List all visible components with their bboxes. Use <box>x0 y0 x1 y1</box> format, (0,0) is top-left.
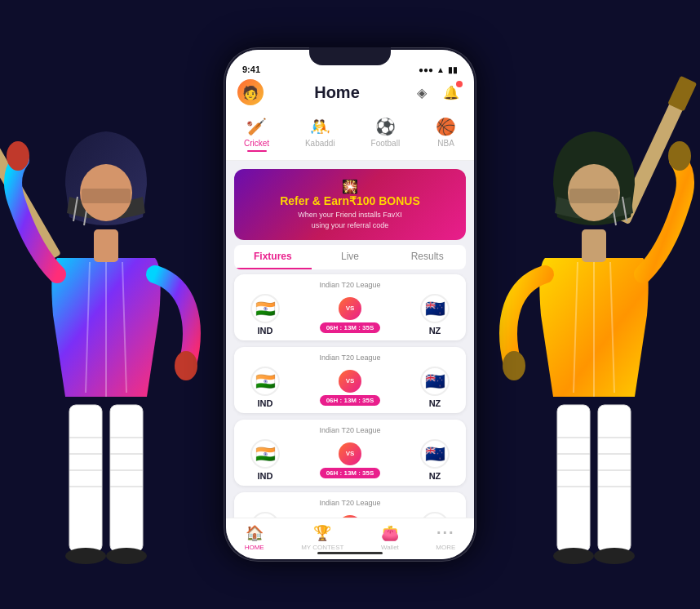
nba-label: NBA <box>437 139 454 148</box>
team-name-nz-1: NZ <box>429 326 441 336</box>
nz-flag-4: 🇳🇿 <box>420 512 450 518</box>
phone-frame: 9:41 ●●● ▲ ▮▮ 🧑 Home ◈ 🔔 <box>224 47 476 562</box>
team-name-nz-3: NZ <box>429 471 441 481</box>
nz-flag-3: 🇳🇿 <box>420 439 450 469</box>
tab-results[interactable]: Results <box>388 245 466 269</box>
promo-emoji: 🎇 <box>246 179 454 194</box>
avatar[interactable]: 🧑 <box>237 79 264 105</box>
svg-rect-26 <box>557 405 590 552</box>
tab-kabaddi[interactable]: 🤼 Kabaddi <box>299 115 342 153</box>
nav-home[interactable]: 🏠 HOME <box>245 524 264 551</box>
match-card-2[interactable]: Indian T20 League 🇮🇳 IND VS 06H : 13M : … <box>234 347 466 413</box>
tab-cricket[interactable]: 🏏 Cricket <box>237 115 276 153</box>
match-league-2: Indian T20 League <box>244 353 456 362</box>
team-nz-1: 🇳🇿 NZ <box>414 294 456 336</box>
signal-icon: ●●● <box>419 65 433 74</box>
india-flag-4: 🇮🇳 <box>250 512 280 518</box>
match-card-1[interactable]: Indian T20 League 🇮🇳 IND VS 06H : 13M : … <box>234 274 466 340</box>
match-league-4: Indian T20 League <box>244 499 456 507</box>
player-right <box>488 54 700 609</box>
svg-rect-47 <box>569 189 618 203</box>
team-ind-2: 🇮🇳 IND <box>244 367 286 408</box>
scene: 9:41 ●●● ▲ ▮▮ 🧑 Home ◈ 🔔 <box>0 0 700 609</box>
app-header: 🧑 Home ◈ 🔔 <box>226 76 474 112</box>
svg-point-37 <box>594 548 635 564</box>
promo-banner[interactable]: 🎇 Refer & Earn₹100 BONUS When your Frien… <box>234 169 466 240</box>
battery-icon: ▮▮ <box>448 65 458 74</box>
football-label: Football <box>371 139 401 148</box>
tab-football[interactable]: ⚽ Football <box>365 115 407 153</box>
timer-3: 06H : 13M : 35S <box>320 468 381 478</box>
football-icon: ⚽ <box>375 117 396 136</box>
notch <box>309 47 391 65</box>
match-teams-1: 🇮🇳 IND VS 06H : 13M : 35S 🇳🇿 NZ <box>244 294 456 336</box>
header-title: Home <box>314 83 360 102</box>
team-nz-3: 🇳🇿 NZ <box>414 439 456 481</box>
exchange-icon[interactable]: ◈ <box>410 81 433 104</box>
nz-flag-1: 🇳🇿 <box>420 294 450 323</box>
nav-home-label: HOME <box>245 544 264 551</box>
team-name-ind-1: IND <box>258 326 273 336</box>
svg-rect-43 <box>582 229 606 262</box>
svg-rect-23 <box>82 189 131 203</box>
match-teams-2: 🇮🇳 IND VS 06H : 13M : 35S 🇳🇿 NZ <box>244 367 456 408</box>
nav-wallet[interactable]: 👛 Wallet <box>381 524 399 551</box>
vs-badge-2: VS <box>339 370 361 393</box>
timer-1: 06H : 13M : 35S <box>320 322 381 333</box>
svg-rect-2 <box>69 405 102 552</box>
match-card-3[interactable]: Indian T20 League 🇮🇳 IND VS 06H : 13M : … <box>234 420 466 486</box>
svg-point-42 <box>503 351 525 380</box>
player-left <box>0 54 212 609</box>
svg-rect-3 <box>110 405 143 552</box>
status-time: 9:41 <box>242 64 260 74</box>
active-underline <box>247 150 267 152</box>
more-nav-icon: ··· <box>436 523 455 542</box>
svg-point-36 <box>553 548 594 564</box>
nba-icon: 🏀 <box>436 117 456 136</box>
match-teams-4: 🇮🇳 IND VS 06H : 13M : 35S 🇳🇿 NZ <box>244 512 456 518</box>
nav-more-label: MORE <box>436 544 455 551</box>
status-icons: ●●● ▲ ▮▮ <box>419 65 458 74</box>
match-middle-1: VS 06H : 13M : 35S <box>286 297 414 333</box>
tab-live[interactable]: Live <box>312 245 389 269</box>
match-tabs: Fixtures Live Results <box>234 245 466 269</box>
wallet-nav-icon: 👛 <box>381 524 399 542</box>
tab-fixtures[interactable]: Fixtures <box>234 245 312 269</box>
match-league-3: Indian T20 League <box>244 426 456 434</box>
scroll-area[interactable]: 🎇 Refer & Earn₹100 BONUS When your Frien… <box>226 161 474 518</box>
wifi-icon: ▲ <box>436 65 445 74</box>
svg-point-17 <box>7 141 29 171</box>
team-nz-2: 🇳🇿 NZ <box>414 367 456 408</box>
vs-badge-1: VS <box>339 297 361 320</box>
team-ind-1: 🇮🇳 IND <box>244 294 286 336</box>
vs-badge-3: VS <box>339 442 361 465</box>
match-card-4[interactable]: Indian T20 League 🇮🇳 IND VS 06H : 13M : … <box>234 492 466 518</box>
svg-point-41 <box>668 141 691 171</box>
india-flag-1: 🇮🇳 <box>250 294 280 323</box>
nav-wallet-label: Wallet <box>381 544 399 551</box>
nav-more[interactable]: ··· MORE <box>436 523 455 551</box>
notification-icon[interactable]: 🔔 <box>440 81 463 104</box>
india-flag-2: 🇮🇳 <box>250 367 280 396</box>
team-nz-4: 🇳🇿 NZ <box>414 512 456 518</box>
tab-nba[interactable]: 🏀 NBA <box>429 115 463 153</box>
header-icons: ◈ 🔔 <box>410 81 463 104</box>
cricket-label: Cricket <box>244 139 269 148</box>
cricket-icon: 🏏 <box>246 117 267 136</box>
svg-point-18 <box>175 351 197 380</box>
promo-subtitle: When your Friend installs FavXI using yo… <box>246 210 454 230</box>
match-middle-3: VS 06H : 13M : 35S <box>286 442 414 478</box>
svg-rect-19 <box>94 229 118 262</box>
kabaddi-icon: 🤼 <box>310 117 330 136</box>
team-name-ind-2: IND <box>258 398 273 408</box>
team-ind-4: 🇮🇳 IND <box>244 512 286 518</box>
svg-point-12 <box>65 548 106 564</box>
nav-my-contest[interactable]: 🏆 MY CONTEST <box>301 524 343 551</box>
kabaddi-label: Kabaddi <box>305 139 335 148</box>
team-ind-3: 🇮🇳 IND <box>244 439 286 481</box>
notif-badge <box>456 81 463 87</box>
sports-nav: 🏏 Cricket 🤼 Kabaddi ⚽ Football 🏀 N <box>226 112 474 161</box>
promo-title: Refer & Earn₹100 BONUS <box>246 194 454 207</box>
match-league-1: Indian T20 League <box>244 281 456 289</box>
nav-contest-label: MY CONTEST <box>301 544 343 551</box>
